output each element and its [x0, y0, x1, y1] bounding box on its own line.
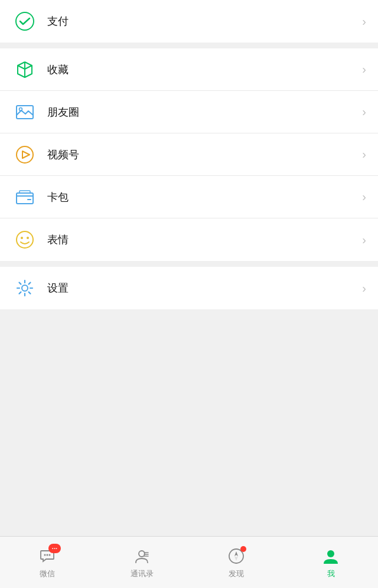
me-icon — [321, 546, 341, 566]
me-label: 我 — [327, 569, 335, 579]
tab-me[interactable]: 我 — [284, 537, 378, 588]
cards-label: 卡包 — [47, 190, 362, 204]
svg-marker-4 — [22, 151, 30, 158]
settings-label: 设置 — [47, 281, 362, 295]
channels-icon — [12, 142, 38, 168]
discover-label: 发现 — [229, 569, 244, 579]
stickers-label: 表情 — [47, 233, 362, 247]
content-spacer — [0, 315, 378, 536]
svg-point-11 — [47, 554, 48, 556]
svg-point-3 — [17, 146, 33, 163]
svg-marker-18 — [234, 551, 238, 556]
discover-dot-badge — [240, 546, 246, 552]
svg-point-20 — [327, 550, 334, 557]
contacts-icon — [132, 546, 152, 566]
menu-item-pay[interactable]: 支付 › — [0, 0, 378, 43]
pay-label: 支付 — [47, 14, 362, 28]
stickers-chevron: › — [362, 233, 366, 247]
discover-icon — [226, 546, 246, 566]
tab-bar: ··· 微信 通讯录 发现 — [0, 536, 378, 588]
menu-item-cards[interactable]: 卡包 › — [0, 176, 378, 218]
pay-icon — [12, 8, 38, 34]
svg-point-9 — [22, 285, 28, 291]
settings-icon — [12, 275, 38, 301]
cards-icon — [12, 184, 38, 210]
menu-item-settings[interactable]: 设置 › — [0, 267, 378, 309]
menu-item-favorites[interactable]: 收藏 › — [0, 48, 378, 91]
svg-point-6 — [17, 231, 33, 248]
tab-contacts[interactable]: 通讯录 — [94, 537, 189, 588]
menu-section-main: 收藏 › 朋友圈 › 视频号 › — [0, 48, 378, 261]
svg-point-7 — [21, 237, 23, 239]
moments-chevron: › — [362, 105, 366, 119]
weixin-label: 微信 — [40, 569, 55, 579]
svg-point-8 — [27, 237, 29, 239]
svg-point-0 — [16, 12, 34, 30]
tab-weixin[interactable]: ··· 微信 — [0, 537, 94, 588]
menu-item-channels[interactable]: 视频号 › — [0, 133, 378, 176]
svg-point-12 — [49, 554, 51, 556]
menu-section-settings: 设置 › — [0, 267, 378, 309]
favorites-chevron: › — [362, 63, 366, 76]
pay-chevron: › — [362, 15, 366, 28]
weixin-badge: ··· — [48, 544, 61, 553]
settings-chevron: › — [362, 282, 366, 295]
cards-chevron: › — [362, 190, 366, 204]
stickers-icon — [12, 227, 38, 253]
menu-section-pay: 支付 › — [0, 0, 378, 43]
moments-label: 朋友圈 — [47, 105, 362, 119]
tab-discover[interactable]: 发现 — [189, 537, 284, 588]
svg-marker-19 — [234, 556, 238, 561]
weixin-icon: ··· — [37, 546, 57, 566]
moments-icon — [12, 99, 38, 125]
favorites-icon — [12, 57, 38, 83]
menu-item-moments[interactable]: 朋友圈 › — [0, 91, 378, 133]
favorites-label: 收藏 — [47, 63, 362, 77]
svg-rect-5 — [17, 193, 33, 204]
contacts-label: 通讯录 — [131, 569, 154, 579]
channels-chevron: › — [362, 148, 366, 161]
svg-point-2 — [19, 107, 22, 110]
svg-point-10 — [44, 554, 46, 556]
channels-label: 视频号 — [47, 148, 362, 162]
menu-item-stickers[interactable]: 表情 › — [0, 218, 378, 261]
